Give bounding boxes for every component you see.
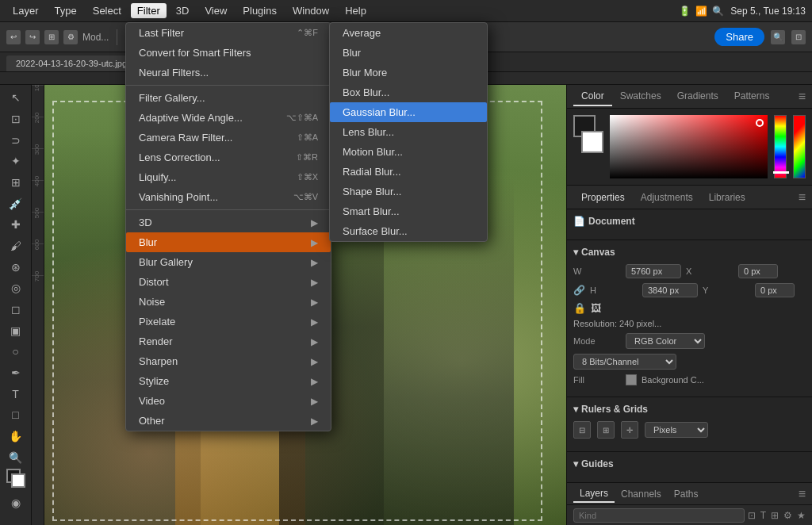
color-gradient-field[interactable] — [610, 115, 768, 178]
units-dropdown[interactable]: Pixels — [645, 422, 708, 438]
fill-color-swatch[interactable] — [626, 374, 637, 385]
layers-icon-2[interactable]: T — [760, 510, 766, 521]
tool-eraser[interactable]: ◻ — [4, 300, 28, 320]
props-panel-more-icon[interactable]: ≡ — [799, 190, 806, 205]
tool-gradient[interactable]: ▣ — [4, 320, 28, 340]
filter-menu-last-filter[interactable]: Last Filter ⌃⌘F — [126, 23, 331, 43]
blur-submenu-gaussian[interactable]: Gaussian Blur... — [330, 102, 487, 122]
tool-dodge[interactable]: ○ — [4, 342, 28, 362]
blur-submenu-shape[interactable]: Shape Blur... — [330, 182, 487, 201]
tab-patterns[interactable]: Patterns — [726, 87, 778, 106]
filter-menu-stylize[interactable]: Stylize ▶ — [126, 371, 331, 391]
lock-icon[interactable]: 🔒 — [573, 302, 586, 314]
filter-menu-render[interactable]: Render ▶ — [126, 331, 331, 351]
rulers-grids-header[interactable]: ▾ Rulers & Grids — [573, 404, 806, 415]
filter-menu-convert-smart[interactable]: Convert for Smart Filters — [126, 43, 331, 63]
rotate-icon[interactable]: ↩ — [6, 30, 21, 44]
menu-3d[interactable]: 3D — [170, 3, 196, 18]
filter-menu-blur[interactable]: Blur ▶ — [126, 232, 331, 252]
workspace-icon[interactable]: ⊡ — [791, 30, 806, 44]
filter-menu-neural[interactable]: Neural Filters... — [126, 63, 331, 82]
menu-window[interactable]: Window — [286, 3, 335, 18]
tab-libraries[interactable]: Libraries — [701, 189, 753, 206]
layers-panel-more-icon[interactable]: ≡ — [799, 487, 806, 501]
search-toolbar-icon[interactable]: 🔍 — [771, 30, 785, 44]
layers-icon-4[interactable]: ⚙ — [783, 510, 792, 521]
tool-quick-mask[interactable]: ◉ — [4, 491, 28, 515]
filter-menu-pixelate[interactable]: Pixelate ▶ — [126, 312, 331, 331]
settings-icon[interactable]: ⚙ — [63, 30, 78, 44]
filter-menu-camera-raw[interactable]: Camera Raw Filter... ⇧⌘A — [126, 128, 331, 148]
foreground-color-swatch[interactable] — [6, 469, 25, 488]
filter-menu-distort[interactable]: Distort ▶ — [126, 272, 331, 292]
tool-magic-wand[interactable]: ✦ — [4, 151, 28, 171]
tool-clone[interactable]: ⊛ — [4, 257, 28, 277]
tab-channels[interactable]: Channels — [615, 486, 668, 502]
tool-heal[interactable]: ✚ — [4, 215, 28, 235]
filter-menu-liquify[interactable]: Liquify... ⇧⌘X — [126, 167, 331, 187]
guides-header[interactable]: ▾ Guides — [573, 458, 806, 469]
menu-help[interactable]: Help — [339, 3, 373, 18]
menu-select[interactable]: Select — [86, 3, 128, 18]
filter-menu-3d[interactable]: 3D ▶ — [126, 213, 331, 232]
layers-search-input[interactable] — [573, 508, 745, 523]
hue-slider-handle[interactable] — [773, 171, 789, 174]
blur-submenu-radial[interactable]: Radial Blur... — [330, 162, 487, 182]
tab-adjustments[interactable]: Adjustments — [633, 189, 701, 206]
tab-swatches[interactable]: Swatches — [612, 87, 669, 106]
tab-properties[interactable]: Properties — [573, 189, 633, 206]
tool-shape[interactable]: □ — [4, 405, 28, 425]
tab-color[interactable]: Color — [573, 87, 612, 106]
canvas-x-input[interactable] — [738, 264, 778, 278]
tool-select-rect[interactable]: ⊡ — [4, 109, 28, 129]
search-icon[interactable]: 🔍 — [712, 6, 724, 17]
filter-menu-vanishing[interactable]: Vanishing Point... ⌥⌘V — [126, 187, 331, 207]
canvas-width-input[interactable] — [626, 264, 681, 278]
bits-dropdown[interactable]: 8 Bits/Channel — [573, 354, 676, 370]
layers-icon-3[interactable]: ⊞ — [771, 510, 779, 521]
tool-screen-mode[interactable]: ⊟ — [4, 518, 28, 525]
background-color[interactable] — [581, 131, 603, 153]
tab-gradients[interactable]: Gradients — [669, 87, 726, 106]
menu-view[interactable]: View — [198, 3, 233, 18]
blur-submenu-average[interactable]: Average — [330, 23, 487, 43]
tab-paths[interactable]: Paths — [668, 486, 705, 502]
blur-submenu-surface[interactable]: Surface Blur... — [330, 221, 487, 241]
canvas-y-input[interactable] — [755, 283, 795, 297]
guides-icon[interactable]: ✛ — [621, 421, 638, 439]
tool-history[interactable]: ◎ — [4, 278, 28, 298]
grid-icon[interactable]: ⊞ — [597, 421, 615, 439]
blur-submenu-motion[interactable]: Motion Blur... — [330, 142, 487, 162]
tool-crop[interactable]: ⊞ — [4, 173, 28, 193]
tool-eyedropper[interactable]: 💉 — [4, 194, 28, 213]
layers-icon-1[interactable]: ⊡ — [748, 510, 756, 521]
ruler-icon-h[interactable]: ⊟ — [573, 421, 591, 439]
blur-submenu-lens[interactable]: Lens Blur... — [330, 122, 487, 142]
frame-icon[interactable]: 🖼 — [591, 302, 601, 314]
blur-submenu-blur[interactable]: Blur — [330, 43, 487, 63]
tool-brush[interactable]: 🖌 — [4, 236, 28, 256]
tool-zoom[interactable]: 🔍 — [4, 447, 28, 467]
crop-icon[interactable]: ⊞ — [44, 30, 59, 44]
opacity-bar[interactable] — [793, 115, 806, 178]
document-header[interactable]: 📄 Document — [573, 216, 806, 227]
blur-submenu-box[interactable]: Box Blur... — [330, 82, 487, 102]
mode-dropdown[interactable]: RGB Color — [626, 333, 705, 349]
filter-menu-other[interactable]: Other ▶ — [126, 411, 331, 431]
tab-layers[interactable]: Layers — [573, 485, 615, 503]
filter-menu-sharpen[interactable]: Sharpen ▶ — [126, 351, 331, 371]
tool-lasso[interactable]: ⊃ — [4, 130, 28, 150]
filter-menu-video[interactable]: Video ▶ — [126, 391, 331, 411]
tool-text[interactable]: T — [4, 384, 28, 404]
canvas-header[interactable]: ▾ Canvas — [573, 247, 806, 258]
menu-filter[interactable]: Filter — [131, 3, 167, 18]
filter-menu-noise[interactable]: Noise ▶ — [126, 292, 331, 312]
color-panel-more-icon[interactable]: ≡ — [799, 90, 806, 104]
tool-move[interactable]: ↖ — [4, 88, 28, 108]
menu-plugins[interactable]: Plugins — [236, 3, 283, 18]
filter-menu-lens[interactable]: Lens Correction... ⇧⌘R — [126, 148, 331, 167]
tool-pen[interactable]: ✒ — [4, 363, 28, 383]
rotate-right-icon[interactable]: ↪ — [25, 30, 40, 44]
tool-hand[interactable]: ✋ — [4, 427, 28, 446]
canvas-height-input[interactable] — [642, 283, 698, 297]
